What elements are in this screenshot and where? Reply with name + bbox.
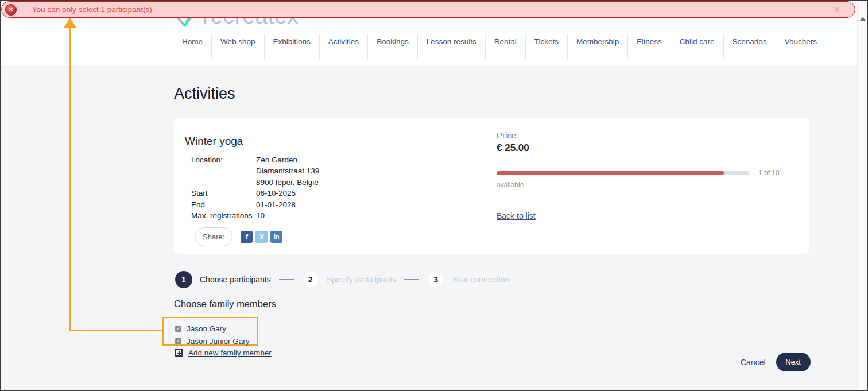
member-name: Jason Gary xyxy=(187,324,226,333)
step-number: 2 xyxy=(302,271,319,288)
step-label: Your connection xyxy=(452,275,509,284)
activity-card: Winter yoga Location: Zen Garden Diamant… xyxy=(174,118,809,254)
step-choose-participants[interactable]: 1 Choose participants xyxy=(175,271,271,288)
step-your-connection[interactable]: 3 Your connection xyxy=(427,271,509,288)
detail-row: Location: Zen Garden xyxy=(191,154,319,165)
nav-item-bookings[interactable]: Bookings xyxy=(368,34,418,60)
scrollbar[interactable] xyxy=(857,1,867,390)
step-number: 3 xyxy=(427,271,444,288)
main-nav: Home Web shop Exhibitions Activities Boo… xyxy=(173,34,826,60)
checkbox-checked-icon[interactable]: ✓ xyxy=(175,326,181,332)
nav-item-child-care[interactable]: Child care xyxy=(671,34,724,60)
x-twitter-icon[interactable]: X xyxy=(255,231,268,243)
banner-close-icon[interactable]: × xyxy=(834,4,840,16)
detail-row: End 01-01-2028 xyxy=(191,199,319,210)
error-banner: ✕ You can only select 1 participant(s) × xyxy=(1,1,855,18)
error-message: You can only select 1 participant(s) xyxy=(32,5,152,14)
step-number: 1 xyxy=(175,271,192,288)
nav-item-vouchers[interactable]: Vouchers xyxy=(776,34,826,60)
step-connector xyxy=(404,279,419,280)
back-to-list-link[interactable]: Back to list xyxy=(497,211,536,220)
availability-bar xyxy=(497,171,749,175)
next-button[interactable]: Next xyxy=(776,353,811,371)
nav-item-tickets[interactable]: Tickets xyxy=(526,34,568,60)
annotation-arrow-line-horizontal xyxy=(69,330,164,331)
availability-caption: available xyxy=(497,181,795,189)
share-row: Share: f X in xyxy=(195,227,282,246)
member-checkbox-row-jason-gary[interactable]: ✓ Jason Gary xyxy=(175,322,257,335)
family-members-heading: Choose family members xyxy=(174,299,276,309)
scroll-up-icon[interactable] xyxy=(860,17,866,21)
availability-count: 1 of 10 xyxy=(758,169,780,177)
nav-item-lesson-results[interactable]: Lesson results xyxy=(418,34,486,60)
add-family-member-link[interactable]: Add new family member xyxy=(188,349,272,357)
annotation-arrow-line-vertical xyxy=(69,26,71,331)
annotation-highlight-box: ✓ Jason Gary ✓ Jason Junior Gary xyxy=(162,317,258,346)
step-specify-participants[interactable]: 2 Specify participants xyxy=(302,271,396,288)
member-name: Jason Junior Gary xyxy=(187,337,250,346)
nav-item-home[interactable]: Home xyxy=(173,34,212,60)
plus-square-icon xyxy=(175,349,183,357)
wizard-steps: 1 Choose participants 2 Specify particip… xyxy=(175,271,509,288)
browser-viewport: recreatex Home Web shop Exhibitions Acti… xyxy=(0,0,868,391)
step-label: Specify participants xyxy=(327,275,396,284)
nav-item-scenarios[interactable]: Scenarios xyxy=(724,34,776,60)
nav-item-rental[interactable]: Rental xyxy=(486,34,526,60)
detail-row: Start 06-10-2025 xyxy=(191,188,319,199)
nav-item-membership[interactable]: Membership xyxy=(568,34,628,60)
cancel-link[interactable]: Cancel xyxy=(741,358,766,367)
price-value: € 25.00 xyxy=(497,142,795,154)
member-checkbox-row-jason-junior-gary[interactable]: ✓ Jason Junior Gary xyxy=(175,335,257,347)
availability-row: 1 of 10 xyxy=(497,169,795,177)
facebook-icon[interactable]: f xyxy=(241,231,253,243)
page-title: Activities xyxy=(174,85,235,103)
price-label: Price: xyxy=(497,130,795,140)
share-icons: f X in xyxy=(241,231,282,243)
activity-details: Location: Zen Garden Diamantstraat 139 8… xyxy=(191,154,319,221)
detail-row: Max. registrations 10 xyxy=(191,210,319,221)
availability-bar-fill xyxy=(497,171,724,175)
nav-item-fitness[interactable]: Fitness xyxy=(628,34,671,60)
detail-row: Diamantstraat 139 xyxy=(191,165,319,176)
nav-item-web-shop[interactable]: Web shop xyxy=(212,34,265,60)
linkedin-icon[interactable]: in xyxy=(270,231,282,243)
step-label: Choose participants xyxy=(200,275,271,284)
price-panel: Price: € 25.00 1 of 10 available Back to… xyxy=(497,130,795,221)
error-x-circle-icon: ✕ xyxy=(5,4,17,16)
step-connector xyxy=(279,279,294,280)
activity-name: Winter yoga xyxy=(185,135,243,148)
nav-item-exhibitions[interactable]: Exhibitions xyxy=(265,34,320,60)
add-family-member-row[interactable]: Add new family member xyxy=(175,349,272,357)
share-button[interactable]: Share: xyxy=(195,227,232,246)
detail-row: 8900 Ieper, België xyxy=(191,177,319,188)
nav-item-activities[interactable]: Activities xyxy=(320,34,368,60)
checkbox-checked-icon[interactable]: ✓ xyxy=(175,338,181,344)
footer-actions: Cancel Next xyxy=(741,353,811,371)
